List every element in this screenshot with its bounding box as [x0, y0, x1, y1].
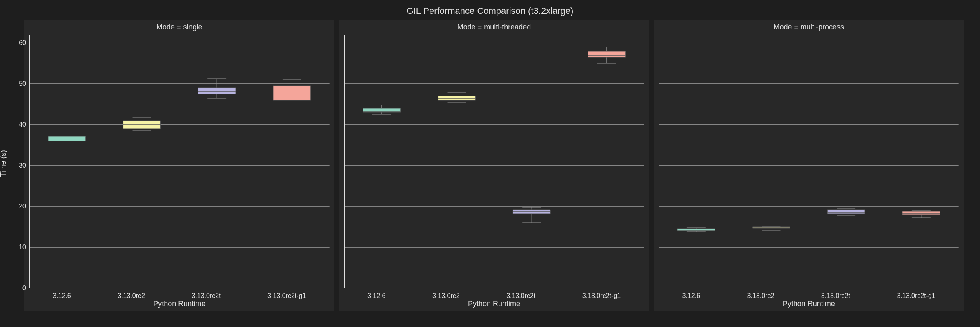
box — [363, 108, 401, 112]
panel-row: Mode = single01020304050603.12.63.13.0rc… — [24, 20, 964, 311]
x-tick-label: 3.12.6 — [682, 292, 700, 300]
y-tick-label: 10 — [19, 244, 26, 251]
box — [48, 136, 86, 141]
box — [902, 211, 940, 215]
plot-area — [344, 35, 644, 288]
chart-title: GIL Performance Comparison (t3.2xlarge) — [0, 6, 980, 16]
y-tick-label: 0 — [22, 284, 26, 292]
plot-area: 0102030405060 — [29, 35, 330, 288]
y-tick-label: 60 — [19, 39, 26, 47]
x-tick-label: 3.12.6 — [368, 292, 385, 300]
x-axis-label: Python Runtime — [654, 300, 964, 311]
x-tick-label: 3.13.0rc2t — [192, 292, 220, 300]
y-tick-label: 20 — [19, 203, 26, 210]
panel-title: Mode = multi-threaded — [339, 20, 649, 33]
y-tick-label: 30 — [19, 162, 26, 169]
chart-panel: Mode = single01020304050603.12.63.13.0rc… — [24, 20, 334, 311]
chart-figure: GIL Performance Comparison (t3.2xlarge) … — [0, 0, 980, 327]
panel-title: Mode = single — [24, 20, 334, 33]
x-ticks: 3.12.63.13.0rc23.13.0rc2t3.13.0rc2t-g1 — [24, 291, 334, 300]
chart-panel: Mode = multi-process3.12.63.13.0rc23.13.… — [654, 20, 964, 311]
plot-area — [659, 35, 959, 288]
x-ticks: 3.12.63.13.0rc23.13.0rc2t3.13.0rc2t-g1 — [654, 291, 964, 300]
y-axis-label: Time (s) — [0, 150, 8, 177]
y-tick-label: 50 — [19, 80, 26, 87]
x-tick-label: 3.13.0rc2 — [747, 292, 775, 300]
panel-title: Mode = multi-process — [654, 20, 964, 33]
y-tick-label: 40 — [19, 121, 26, 128]
x-tick-label: 3.13.0rc2t-g1 — [582, 292, 621, 300]
box — [828, 210, 865, 214]
x-axis-label: Python Runtime — [339, 300, 649, 311]
box — [588, 51, 626, 57]
x-tick-label: 3.13.0rc2t — [821, 292, 850, 300]
x-tick-label: 3.13.0rc2t-g1 — [897, 292, 935, 300]
x-tick-label: 3.13.0rc2 — [118, 292, 145, 300]
x-tick-label: 3.12.6 — [53, 292, 71, 300]
x-tick-label: 3.13.0rc2t-g1 — [267, 292, 306, 300]
x-tick-label: 3.13.0rc2 — [432, 292, 460, 300]
chart-panel: Mode = multi-threaded3.12.63.13.0rc23.13… — [339, 20, 649, 311]
box — [513, 210, 550, 214]
box — [273, 86, 311, 100]
x-axis-label: Python Runtime — [24, 300, 334, 311]
x-ticks: 3.12.63.13.0rc23.13.0rc2t3.13.0rc2t-g1 — [339, 291, 649, 300]
x-tick-label: 3.13.0rc2t — [506, 292, 535, 300]
